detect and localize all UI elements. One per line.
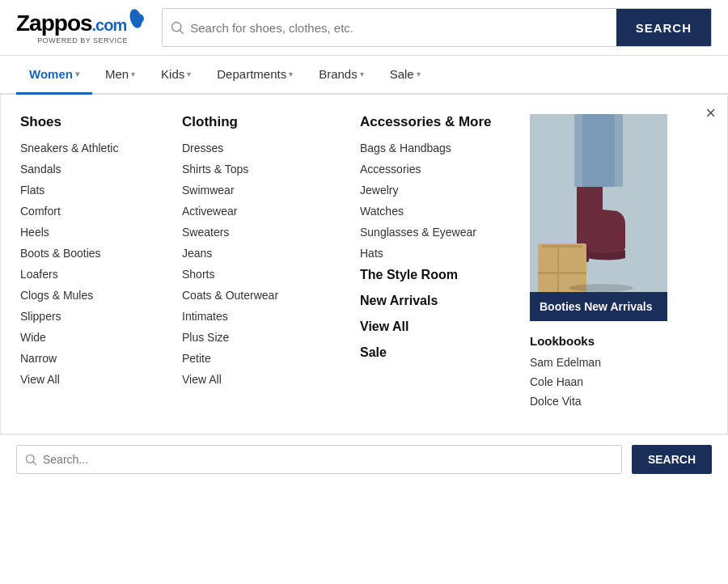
menu-link-loafers[interactable]: Loafers [20,268,166,281]
svg-line-13 [33,462,36,465]
search-icon [25,454,36,465]
promo-image-container[interactable]: Booties New Arrivals [530,114,708,321]
bottom-search-bar [16,445,622,474]
menu-link-swimwear[interactable]: Swimwear [182,184,344,197]
clothing-heading: Clothing [182,114,344,130]
menu-link-sunglasses[interactable]: Sunglasses & Eyewear [360,226,514,239]
lookbooks-section: Lookbooks Sam Edelman Cole Haan Dolce Vi… [530,334,708,408]
nav-label-kids: Kids [161,67,184,81]
zappos-fish-icon [129,6,149,32]
logo-text: Zappos.com [16,11,126,36]
bottom-bar: SEARCH [0,434,728,484]
promo-column: Booties New Arrivals Lookbooks Sam Edelm… [530,114,708,414]
nav-item-men[interactable]: Men ▾ [92,56,148,95]
lookbook-sam-edelman[interactable]: Sam Edelman [530,356,708,369]
menu-link-sale[interactable]: Sale [360,345,514,360]
svg-line-2 [180,30,183,33]
svg-rect-7 [538,243,586,292]
menu-link-accessories[interactable]: Accessories [360,163,514,176]
booties-illustration [530,114,667,292]
menu-link-intimates[interactable]: Intimates [182,310,344,323]
menu-link-sneakers[interactable]: Sneakers & Athletic [20,142,166,154]
shoes-column: Shoes Sneakers & Athletic Sandals Flats … [20,114,182,414]
chevron-down-icon: ▾ [289,70,293,78]
menu-link-viewall[interactable]: View All [360,320,514,334]
menu-link-sweaters[interactable]: Sweaters [182,226,344,239]
menu-link-sandals[interactable]: Sandals [20,163,166,176]
menu-link-bags[interactable]: Bags & Handbags [360,142,514,154]
nav-label-women: Women [29,67,73,81]
menu-link-slippers[interactable]: Slippers [20,310,166,323]
nav-label-men: Men [105,67,129,81]
shoes-heading: Shoes [20,114,166,130]
menu-link-shoes-viewall[interactable]: View All [20,373,166,386]
main-nav: Women ▾ Men ▾ Kids ▾ Departments ▾ Brand… [0,56,728,95]
menu-link-coats[interactable]: Coats & Outerwear [182,289,344,302]
menu-link-shorts[interactable]: Shorts [182,268,344,281]
accessories-column: Accessories & More Bags & Handbags Acces… [360,114,530,414]
menu-link-heels[interactable]: Heels [20,226,166,239]
search-bar: SEARCH [162,8,712,47]
search-icon [171,21,184,34]
lookbooks-heading: Lookbooks [530,334,708,348]
promo-image [530,114,667,292]
menu-link-watches[interactable]: Watches [360,205,514,218]
svg-rect-9 [538,272,586,274]
menu-link-petite[interactable]: Petite [182,352,344,365]
chevron-down-icon: ▾ [187,70,191,78]
chevron-down-icon: ▾ [131,70,135,78]
menu-link-shirts[interactable]: Shirts & Tops [182,163,344,176]
nav-item-brands[interactable]: Brands ▾ [306,56,377,95]
menu-link-activewear[interactable]: Activewear [182,205,344,218]
menu-link-styleroom[interactable]: The Style Room [360,268,514,282]
accessories-heading: Accessories & More [360,114,514,130]
menu-link-hats[interactable]: Hats [360,247,514,260]
promo-label: Booties New Arrivals [530,292,667,321]
search-button[interactable]: SEARCH [616,9,711,46]
lookbook-cole-haan[interactable]: Cole Haan [530,375,708,388]
close-button[interactable]: × [705,104,716,122]
clothing-column: Clothing Dresses Shirts & Tops Swimwear … [182,114,360,414]
menu-link-newarrivals[interactable]: New Arrivals [360,294,514,308]
menu-link-plussize[interactable]: Plus Size [182,331,344,344]
nav-label-departments: Departments [217,67,286,81]
bottom-search-button[interactable]: SEARCH [632,445,712,474]
menu-link-clothing-viewall[interactable]: View All [182,373,344,386]
logo[interactable]: Zappos.com POWERED BY SERVICE [16,11,149,44]
logo-powered: POWERED BY SERVICE [37,36,128,44]
menu-link-dresses[interactable]: Dresses [182,142,344,154]
bottom-search-input[interactable] [43,453,613,466]
nav-item-sale[interactable]: Sale ▾ [377,56,434,95]
nav-label-sale: Sale [390,67,414,81]
chevron-down-icon: ▾ [360,70,364,78]
menu-link-boots[interactable]: Boots & Booties [20,247,166,260]
menu-link-narrow[interactable]: Narrow [20,352,166,365]
nav-item-departments[interactable]: Departments ▾ [204,56,306,95]
menu-link-comfort[interactable]: Comfort [20,205,166,218]
svg-rect-5 [582,114,615,187]
nav-item-kids[interactable]: Kids ▾ [148,56,204,95]
menu-link-clogs[interactable]: Clogs & Mules [20,289,166,302]
menu-link-jewelry[interactable]: Jewelry [360,184,514,197]
chevron-down-icon: ▾ [75,70,79,78]
chevron-down-icon: ▾ [417,70,421,78]
header: Zappos.com POWERED BY SERVICE SEARCH [0,0,728,56]
nav-item-women[interactable]: Women ▾ [16,56,92,95]
svg-point-11 [569,284,633,292]
lookbook-dolce-vita[interactable]: Dolce Vita [530,395,708,408]
menu-link-wide[interactable]: Wide [20,331,166,344]
menu-link-jeans[interactable]: Jeans [182,247,344,260]
search-input[interactable] [190,21,607,35]
svg-rect-8 [542,245,582,248]
menu-link-flats[interactable]: Flats [20,184,166,197]
nav-label-brands: Brands [319,67,358,81]
mega-menu: × Shoes Sneakers & Athletic Sandals Flat… [0,95,728,434]
